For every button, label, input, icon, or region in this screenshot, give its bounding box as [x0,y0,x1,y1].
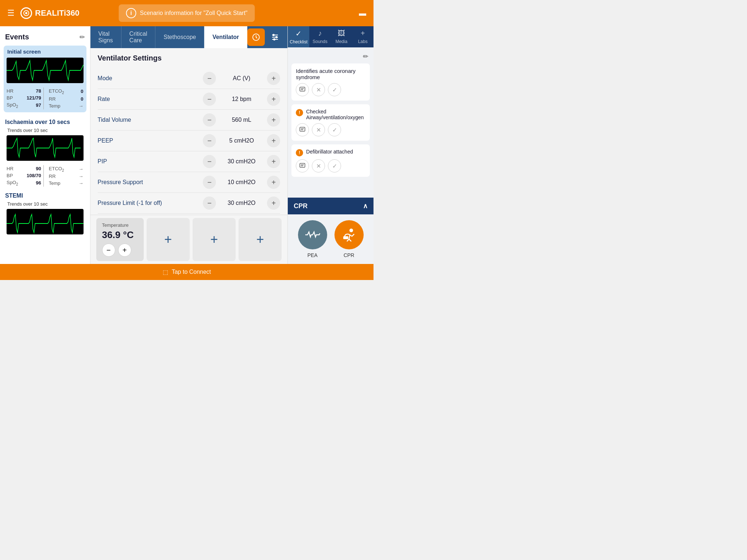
cpr-section: CPR ∧ PEA [288,198,374,264]
pip-decrease-btn[interactable]: − [203,155,216,168]
event-section-ischaemia: Ischaemia over 10 secs Trends over 10 se… [4,116,86,190]
ischaemia-title[interactable]: Ischaemia over 10 secs [4,116,86,127]
defib-deny-btn[interactable]: ✕ [312,159,325,172]
cpr-label: CPR [344,252,355,258]
mode-decrease-btn[interactable]: − [203,72,216,85]
cpr-cpr-btn[interactable]: CPR [334,220,364,258]
right-panel: ✓ Checklist ♪ Sounds 🖼 Media + Labs ✏ [287,26,374,264]
hamburger-menu[interactable]: ☰ [7,8,15,18]
acs-deny-btn[interactable]: ✕ [312,83,325,96]
logo-text: REALITi360 [35,8,80,18]
right-tab-sounds[interactable]: ♪ Sounds [309,26,331,47]
checklist-content: ✏ Identifies acute coronary syndrome ✕ ✓… [288,47,374,198]
ischaemia-subtitle: Trends over 10 sec [4,127,86,135]
pressure-limit-decrease-btn[interactable]: − [203,197,216,210]
event-card-initial[interactable]: Initial screen HR78 BP121/79 SpO297 ETCO… [4,46,86,112]
cpr-title: CPR [294,202,307,210]
temp-controls: − + [102,244,138,257]
labs-tab-icon: + [361,29,365,38]
pressure-limit-increase-btn[interactable]: + [267,197,280,210]
rate-increase-btn[interactable]: + [267,93,280,106]
rate-decrease-btn[interactable]: − [203,93,216,106]
svg-rect-19 [343,236,348,239]
tidal-volume-increase-btn[interactable]: + [267,113,280,127]
right-tab-media[interactable]: 🖼 Media [331,26,352,47]
setting-row-pressure-limit: Pressure Limit (-1 for off) − 30 cmH2O + [98,193,280,214]
pressure-support-label: Pressure Support [98,179,203,186]
cpr-buttons: PEA CPR [288,214,374,264]
svg-point-1 [25,12,27,14]
tidal-volume-controls: − 560 mL + [203,113,280,127]
rate-label: Rate [98,96,203,102]
airway-check-btn[interactable]: ✓ [328,123,341,136]
defib-title: ! Defibrillator attached [296,149,365,156]
checklist-edit-icon[interactable]: ✏ [363,52,368,61]
defib-actions: ✕ ✓ [296,159,365,172]
setting-row-rate: Rate − 12 bpm + [98,89,280,110]
peep-controls: − 5 cmH2O + [203,134,280,147]
mode-controls: − AC (V) + [203,72,280,85]
peep-decrease-btn[interactable]: − [203,134,216,147]
svg-point-7 [276,36,277,38]
events-title: Events [5,33,29,41]
add-widget-1[interactable]: + [147,218,190,261]
pip-controls: − 30 cmH2O + [203,155,280,168]
defib-comment-btn[interactable] [296,159,309,172]
checklist-item-defib: ! Defibrillator attached ✕ ✓ [291,144,370,177]
pressure-support-increase-btn[interactable]: + [267,176,280,189]
setting-row-peep: PEEP − 5 cmH2O + [98,131,280,151]
info-icon: i [126,8,136,18]
cpr-header-bar: CPR ∧ [288,198,374,214]
footer[interactable]: ⬚ Tap to Connect [0,264,374,280]
svg-point-18 [349,229,353,232]
sliders-icon-btn[interactable] [266,28,284,46]
stemi-title[interactable]: STEMI [4,190,86,201]
acs-check-btn[interactable]: ✓ [328,83,341,96]
airway-comment-btn[interactable] [296,123,309,136]
scenario-info[interactable]: i Scenario information for "Zoll Quick S… [119,4,255,22]
right-tab-checklist[interactable]: ✓ Checklist [288,26,309,47]
add-widget-2[interactable]: + [193,218,236,261]
left-sidebar: Events ✏ Initial screen HR78 BP121/79 Sp… [0,26,90,264]
add-widget-3[interactable]: + [239,218,282,261]
temp-decrease-btn[interactable]: − [102,244,115,257]
tab-vital-signs[interactable]: Vital Signs [90,26,121,48]
right-tab-labs[interactable]: + Labs [352,26,374,47]
setting-row-tidal-volume: Tidal Volume − 560 mL + [98,110,280,131]
mode-value: AC (V) [223,75,260,82]
cpr-header: CPR ∧ [294,202,368,210]
defib-check-btn[interactable]: ✓ [328,159,341,172]
tab-stethoscope[interactable]: Stethoscope [155,26,204,48]
acs-title: Identifies acute coronary syndrome [296,68,365,80]
cpr-pea-btn[interactable]: PEA [298,220,327,258]
footer-text: Tap to Connect [172,269,211,275]
checklist-header: ✏ [291,51,370,63]
media-tab-label: Media [336,39,348,44]
cpr-circle [334,220,364,249]
refresh-icon-btn[interactable] [247,28,265,46]
airway-label: Checked Airway/ventilation/oxygen [306,109,365,120]
pressure-support-decrease-btn[interactable]: − [203,176,216,189]
add-plus-icon-3: + [256,232,264,247]
ventilator-content: Ventilator Settings Mode − AC (V) + Rate… [90,48,288,215]
cpr-collapse-icon[interactable]: ∧ [363,202,368,210]
tab-ventilator[interactable]: Ventilator [204,26,247,48]
peep-increase-btn[interactable]: + [267,134,280,147]
pea-circle [298,220,327,249]
logo: REALITi360 [20,7,80,19]
add-plus-icon-1: + [164,232,172,247]
temp-increase-btn[interactable]: + [118,244,131,257]
tidal-volume-value: 560 mL [223,117,260,123]
checklist-tab-label: Checklist [290,39,307,44]
center-content: Vital Signs Critical Care Stethoscope Ve… [90,26,288,264]
acs-comment-btn[interactable] [296,83,309,96]
mode-increase-btn[interactable]: + [267,72,280,85]
pip-increase-btn[interactable]: + [267,155,280,168]
events-edit-icon[interactable]: ✏ [80,33,85,41]
tab-critical-care[interactable]: Critical Care [121,26,156,48]
airway-deny-btn[interactable]: ✕ [312,123,325,136]
initial-screen-title: Initial screen [4,46,86,58]
event-section-stemi: STEMI Trends over 10 sec [4,190,86,234]
add-plus-icon-2: + [210,232,218,247]
tidal-volume-decrease-btn[interactable]: − [203,113,216,127]
